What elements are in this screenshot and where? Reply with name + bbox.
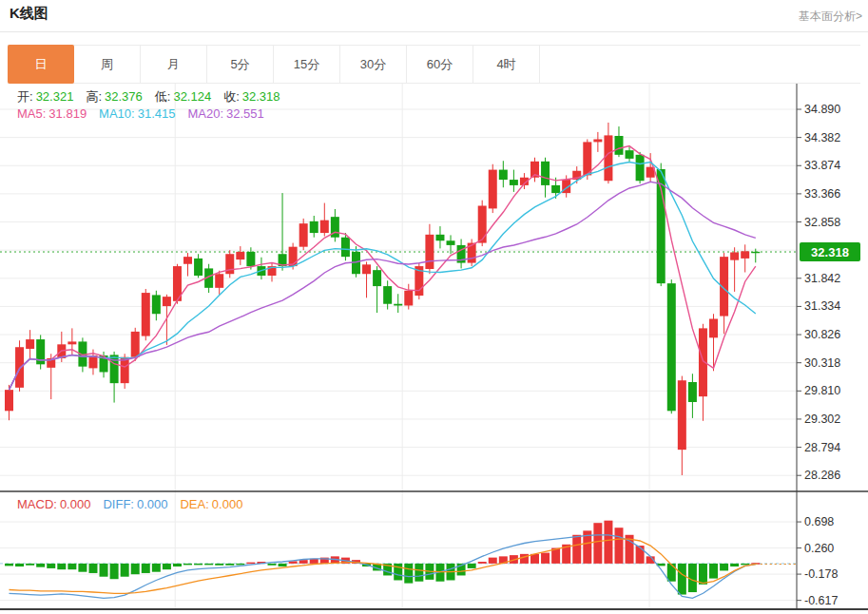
ohlc-legend-low: 低:32.124 (155, 89, 211, 104)
macd-y-label: -0.617 (804, 594, 838, 607)
ma-legend-ma10: MA10:31.415 (99, 106, 175, 121)
main-y-label: 31.842 (804, 272, 840, 285)
candle (604, 135, 612, 181)
macd-bar (279, 564, 287, 566)
macd-bar (636, 546, 645, 564)
fundamental-analysis-link[interactable]: 基本面分析> (799, 9, 862, 25)
candle (383, 286, 392, 304)
tab-month[interactable]: 月 (141, 46, 207, 83)
macd-bar (26, 564, 34, 566)
candle (362, 264, 371, 274)
ohlc-legend-close: 收:32.318 (223, 89, 280, 104)
macd-bar (415, 564, 423, 582)
macd-bar (478, 562, 487, 564)
candle (215, 274, 223, 288)
candle (236, 252, 244, 259)
macd-bar (36, 564, 45, 567)
candle (425, 235, 434, 269)
macd-legend-macd: MACD:0.000 (17, 497, 90, 511)
tab-60min[interactable]: 60分 (407, 46, 473, 83)
macd-bar (173, 564, 182, 566)
ma-legend-ma20: MA20:32.551 (187, 106, 263, 121)
main-y-label: 34.382 (804, 131, 840, 144)
macd-legend: MACD:0.000DIFF:0.000DEA:0.000 (17, 497, 255, 511)
candle (163, 297, 171, 306)
candle (678, 380, 686, 450)
candle (68, 341, 76, 344)
macd-bar (709, 564, 718, 579)
candle (15, 347, 24, 388)
candle (583, 142, 591, 175)
kline-page: K线图 基本面分析> 日周月5分15分30分60分4时 开:32.321高:32… (0, 0, 868, 614)
tab-day[interactable]: 日 (8, 45, 74, 84)
main-y-label: 31.334 (804, 299, 840, 313)
macd-bar (57, 564, 66, 569)
main-y-label: 28.794 (804, 441, 840, 454)
candle (194, 259, 203, 276)
tab-week[interactable]: 周 (74, 46, 141, 83)
main-y-label: 30.318 (804, 356, 840, 370)
candle (709, 318, 718, 337)
candle (121, 357, 129, 383)
macd-bar (730, 564, 739, 566)
main-y-label: 33.366 (804, 187, 840, 201)
macd-bar (215, 564, 223, 566)
page-title: K线图 (10, 5, 48, 23)
macd-bar (593, 523, 602, 564)
ohlc-legend: 开:32.321高:32.376低:32.124收:32.318 (17, 88, 293, 106)
kline-chart-canvas[interactable]: 34.89034.38233.87433.36632.85831.84231.3… (0, 84, 868, 614)
candle (593, 139, 602, 142)
candle (152, 295, 161, 314)
candle (142, 293, 150, 336)
candle (688, 382, 697, 402)
candle (320, 221, 329, 233)
macd-bar (489, 558, 497, 564)
ohlc-legend-open: 开:32.321 (17, 89, 73, 104)
tab-15min[interactable]: 15分 (274, 46, 340, 83)
candle (404, 291, 413, 306)
macd-bar (299, 560, 308, 564)
macd-bar (604, 521, 612, 564)
candle (667, 283, 676, 411)
macd-bar (163, 564, 171, 569)
last-price-tag-value: 32.318 (811, 245, 849, 259)
ma10-line (10, 163, 756, 391)
main-y-label: 28.286 (804, 469, 840, 482)
macd-bar (404, 564, 413, 584)
macd-bar (142, 564, 150, 573)
macd-bar (78, 564, 87, 572)
macd-bar (572, 535, 581, 564)
main-y-label: 32.858 (804, 216, 840, 229)
macd-legend-diff: DIFF:0.000 (103, 497, 167, 511)
macd-bar (741, 564, 749, 566)
candle (435, 235, 444, 240)
macd-bar (667, 564, 676, 582)
main-y-label: 29.810 (804, 384, 840, 397)
tab-5min[interactable]: 5分 (207, 46, 274, 83)
macd-bar (131, 564, 140, 574)
macd-y-label: 0.260 (804, 542, 834, 555)
candle (447, 240, 455, 245)
candle (394, 304, 402, 306)
tab-4hour[interactable]: 4时 (473, 46, 540, 83)
macd-bar (268, 564, 277, 566)
macd-bar (194, 564, 203, 566)
macd-bar (5, 564, 13, 566)
candle (26, 339, 34, 349)
macd-legend-dea: DEA:0.000 (180, 497, 242, 511)
candle (741, 251, 749, 259)
macd-bar (183, 564, 192, 566)
macd-bar (520, 554, 529, 564)
macd-bar (47, 564, 55, 568)
tab-30min[interactable]: 30分 (340, 46, 407, 83)
candle (499, 170, 508, 180)
candle (289, 247, 298, 266)
candle (510, 180, 518, 185)
candle (636, 155, 645, 181)
macd-bar (699, 564, 707, 585)
macd-bar (468, 564, 476, 568)
candle (751, 252, 760, 253)
macd-bar (110, 564, 119, 579)
ma5-line (10, 146, 756, 391)
candle (131, 332, 140, 357)
